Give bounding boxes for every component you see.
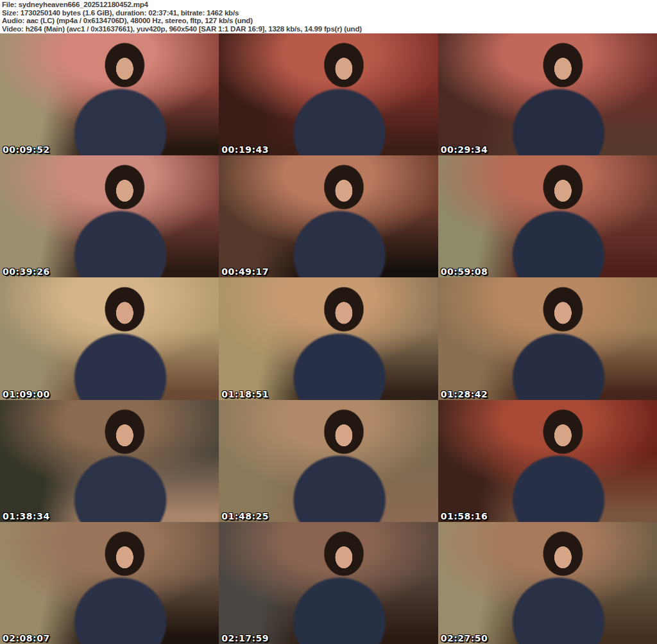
video-info-line: Video: h264 (Main) (avc1 / 0x31637661), … [2, 25, 657, 33]
timestamp-overlay: 00:19:43 [221, 145, 269, 154]
timestamp-overlay: 00:59:08 [441, 267, 488, 276]
video-thumbnail: 01:48:25 [219, 400, 438, 522]
size-info-line: Size: 1730250140 bytes (1.6 GiB), durati… [2, 9, 657, 17]
video-thumbnail: 01:28:42 [438, 277, 657, 399]
timestamp-overlay: 00:39:26 [3, 267, 50, 276]
timestamp-overlay: 00:29:34 [441, 145, 488, 154]
timestamp-overlay: 02:17:59 [221, 634, 269, 643]
timestamp-overlay: 01:58:16 [441, 512, 488, 521]
timestamp-overlay: 01:18:51 [221, 390, 269, 399]
audio-info-line: Audio: aac (LC) (mp4a / 0x6134706D), 480… [2, 17, 657, 25]
thumbnail-grid: 00:09:5200:19:4300:29:3400:39:2600:49:17… [0, 33, 657, 644]
timestamp-overlay: 01:09:00 [3, 390, 50, 399]
video-thumbnail: 02:08:07 [0, 522, 219, 644]
video-thumbnail: 00:39:26 [0, 155, 219, 277]
video-thumbnail: 00:59:08 [438, 155, 657, 277]
timestamp-overlay: 01:38:34 [3, 512, 50, 521]
video-thumbnail: 01:09:00 [0, 277, 219, 399]
media-info-header: File: sydneyheaven666_202512180452.mp4 S… [0, 0, 657, 33]
video-thumbnail: 00:29:34 [438, 33, 657, 155]
timestamp-overlay: 02:08:07 [3, 634, 50, 643]
timestamp-overlay: 01:48:25 [221, 512, 269, 521]
video-thumbnail: 02:27:50 [438, 522, 657, 644]
timestamp-overlay: 01:28:42 [441, 390, 488, 399]
video-thumbnail: 01:18:51 [219, 277, 438, 399]
file-info-line: File: sydneyheaven666_202512180452.mp4 [2, 1, 657, 9]
video-thumbnail: 02:17:59 [219, 522, 438, 644]
timestamp-overlay: 02:27:50 [441, 634, 488, 643]
video-thumbnail: 01:38:34 [0, 400, 219, 522]
video-thumbnail: 00:09:52 [0, 33, 219, 155]
timestamp-overlay: 00:09:52 [3, 145, 50, 154]
video-thumbnail: 00:49:17 [219, 155, 438, 277]
timestamp-overlay: 00:49:17 [221, 267, 269, 276]
video-thumbnail: 01:58:16 [438, 400, 657, 522]
video-thumbnail: 00:19:43 [219, 33, 438, 155]
